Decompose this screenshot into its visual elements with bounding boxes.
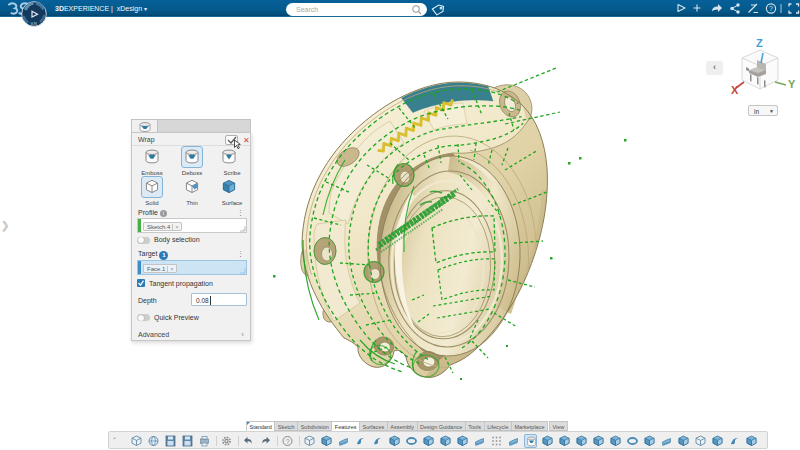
svg-text:Y: Y bbox=[788, 78, 796, 90]
svg-text:?: ? bbox=[286, 437, 290, 444]
svg-text:Z: Z bbox=[756, 37, 763, 49]
svg-text:?: ? bbox=[769, 5, 773, 12]
svg-text:X: X bbox=[731, 84, 739, 96]
svg-text:V.R: V.R bbox=[31, 21, 37, 26]
